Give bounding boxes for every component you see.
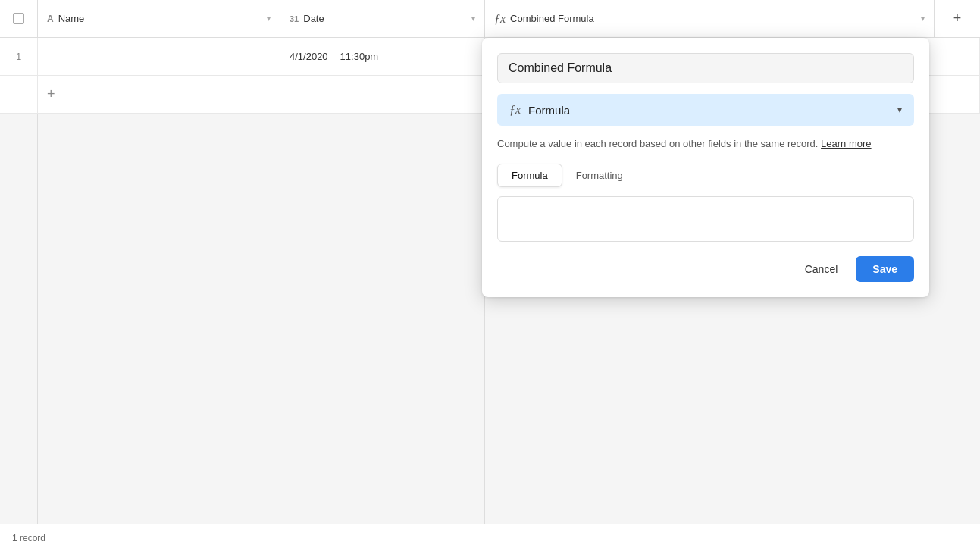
- row-1-name[interactable]: [38, 38, 280, 75]
- checkbox-icon: [13, 13, 24, 24]
- date-col-icon: 31: [290, 14, 299, 23]
- table-header: A Name ▾ 31 Date ▾ ƒx Combined Formula ▾…: [0, 0, 980, 38]
- popup-tabs: Formula Formatting: [497, 164, 914, 187]
- empty-col-1: [0, 114, 38, 524]
- popup-actions: Cancel Save: [497, 256, 914, 282]
- name-col-icon: A: [47, 14, 54, 24]
- row-1-time-value: 11:30pm: [340, 51, 379, 62]
- type-label: Formula: [528, 104, 570, 117]
- formula-col-label: Combined Formula: [510, 13, 594, 24]
- date-col-label: Date: [303, 13, 324, 24]
- name-column-header[interactable]: A Name ▾: [38, 0, 280, 37]
- tab-formatting[interactable]: Formatting: [562, 164, 637, 187]
- add-row-button[interactable]: +: [38, 76, 280, 113]
- field-type-description: Compute a value in each record based on …: [497, 136, 914, 152]
- date-column-header[interactable]: 31 Date ▾: [280, 0, 485, 37]
- field-type-selector[interactable]: ƒx Formula ▾: [497, 94, 914, 126]
- formula-input[interactable]: [497, 196, 914, 242]
- date-col-chevron: ▾: [471, 14, 475, 23]
- add-column-button[interactable]: +: [935, 0, 980, 37]
- status-bar: 1 record: [0, 524, 980, 551]
- row-1-number: 1: [16, 51, 21, 62]
- type-selector-left: ƒx Formula: [509, 103, 570, 117]
- fx-col-icon: ƒx: [494, 12, 506, 26]
- tab-formula[interactable]: Formula: [497, 164, 562, 187]
- type-selector-chevron: ▾: [897, 105, 902, 115]
- learn-more-link[interactable]: Learn more: [821, 138, 871, 149]
- field-name-input[interactable]: [497, 53, 914, 83]
- formula-column-header[interactable]: ƒx Combined Formula ▾: [485, 0, 935, 37]
- save-button[interactable]: Save: [856, 256, 914, 282]
- formula-col-chevron: ▾: [921, 14, 925, 23]
- name-col-label: Name: [58, 13, 85, 24]
- add-row-checkbox-cell: [0, 76, 38, 113]
- row-1-date-value: 4/1/2020: [290, 51, 328, 62]
- select-all-checkbox[interactable]: [0, 0, 38, 37]
- field-editor-popup: ƒx Formula ▾ Compute a value in each rec…: [482, 38, 929, 297]
- row-1-checkbox[interactable]: 1: [0, 38, 38, 75]
- cancel-button[interactable]: Cancel: [794, 257, 849, 281]
- empty-col-2: [38, 114, 280, 524]
- empty-col-3: [280, 114, 485, 524]
- name-col-chevron: ▾: [267, 14, 271, 23]
- type-fx-icon: ƒx: [509, 103, 521, 117]
- row-1-date[interactable]: 4/1/2020 11:30pm: [280, 38, 485, 75]
- record-count: 1 record: [12, 533, 45, 543]
